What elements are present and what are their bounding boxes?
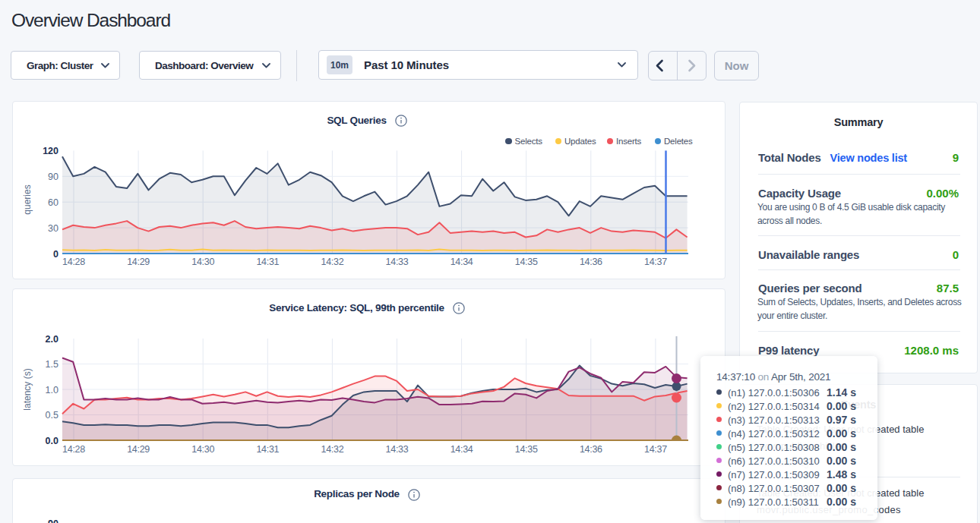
svg-text:2.0: 2.0 (46, 334, 58, 345)
svg-text:14:32: 14:32 (321, 257, 344, 267)
svg-text:0.0: 0.0 (46, 436, 58, 446)
svg-text:14:36: 14:36 (580, 444, 602, 455)
svg-text:14:36: 14:36 (580, 257, 602, 267)
svg-text:0.5: 0.5 (46, 410, 58, 421)
svg-text:14:34: 14:34 (450, 444, 473, 455)
svg-text:14:34: 14:34 (450, 257, 473, 267)
svg-text:14:30: 14:30 (191, 444, 214, 455)
svg-text:14:33: 14:33 (386, 257, 409, 267)
svg-text:14:37: 14:37 (644, 444, 667, 455)
svg-text:120: 120 (43, 146, 58, 156)
svg-text:14:31: 14:31 (256, 257, 279, 267)
svg-text:14:29: 14:29 (127, 257, 150, 267)
svg-text:1.5: 1.5 (46, 359, 58, 370)
svg-text:14:32: 14:32 (321, 444, 344, 455)
svg-text:latency (s): latency (s) (22, 368, 33, 410)
svg-text:14:33: 14:33 (386, 444, 409, 455)
svg-text:1.0: 1.0 (46, 385, 58, 395)
svg-text:14:28: 14:28 (62, 444, 85, 455)
svg-text:queries: queries (22, 184, 33, 214)
svg-text:14:37: 14:37 (644, 257, 667, 267)
svg-text:30: 30 (48, 223, 58, 234)
svg-text:14:29: 14:29 (127, 444, 150, 455)
svg-text:14:31: 14:31 (256, 444, 279, 455)
svg-text:14:35: 14:35 (515, 257, 538, 267)
svg-text:60: 60 (48, 197, 58, 208)
svg-text:90: 90 (48, 172, 58, 182)
svg-text:14:28: 14:28 (62, 257, 85, 267)
svg-text:14:35: 14:35 (515, 444, 538, 455)
svg-text:14:30: 14:30 (191, 257, 214, 267)
svg-text:0: 0 (53, 249, 58, 260)
